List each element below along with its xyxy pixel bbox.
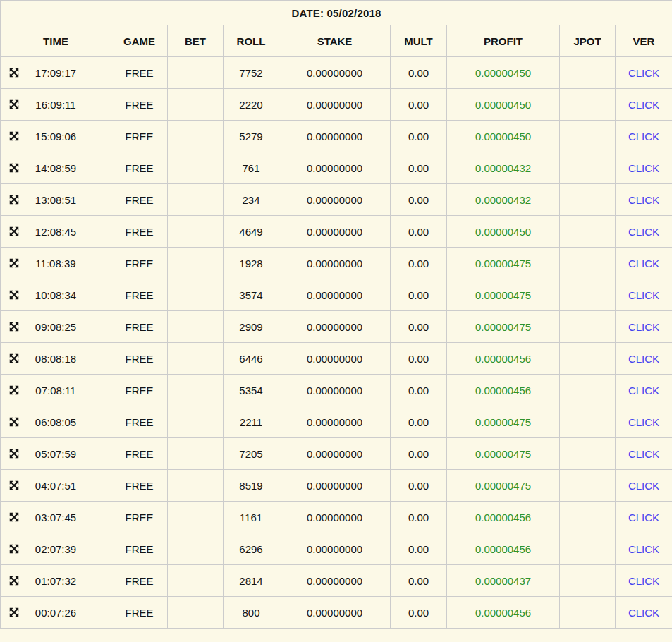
stake-value: 0.00000000 xyxy=(279,470,391,502)
date-banner: DATE: 05/02/2018 xyxy=(1,1,672,25)
column-header-mult: MULT xyxy=(391,25,447,57)
verify-link[interactable]: CLICK xyxy=(628,416,659,428)
verify-link[interactable]: CLICK xyxy=(628,575,659,587)
profit-value: 0.00000432 xyxy=(447,152,560,184)
jpot-value xyxy=(560,597,616,629)
expand-arrows-icon[interactable] xyxy=(8,480,20,491)
bet-value xyxy=(168,89,224,121)
profit-value: 0.00000437 xyxy=(447,565,560,597)
jpot-value xyxy=(560,470,616,502)
table-row: 02:07:39 FREE 6296 0.00000000 0.00 0.000… xyxy=(1,533,672,565)
bet-value xyxy=(168,375,224,406)
profit-value: 0.00000475 xyxy=(447,248,560,279)
verify-link[interactable]: CLICK xyxy=(628,607,659,619)
jpot-value xyxy=(560,311,616,343)
verify-link[interactable]: CLICK xyxy=(628,162,659,174)
expand-arrows-icon[interactable] xyxy=(8,416,20,428)
jpot-value xyxy=(560,152,616,184)
expand-arrows-icon[interactable] xyxy=(8,131,20,142)
expand-arrows-icon[interactable] xyxy=(8,67,20,78)
profit-value: 0.00000475 xyxy=(447,311,560,343)
mult-value: 0.00 xyxy=(391,311,447,343)
verify-link[interactable]: CLICK xyxy=(628,384,659,396)
jpot-value xyxy=(560,57,616,89)
stake-value: 0.00000000 xyxy=(279,343,391,375)
profit-value: 0.00000456 xyxy=(447,597,560,629)
expand-arrows-icon[interactable] xyxy=(8,194,20,205)
verify-link[interactable]: CLICK xyxy=(628,194,659,206)
date-row: DATE: 05/02/2018 xyxy=(1,1,672,25)
stake-value: 0.00000000 xyxy=(279,57,391,89)
verify-link[interactable]: CLICK xyxy=(628,99,659,111)
jpot-value xyxy=(560,406,616,438)
table-row: 16:09:11 FREE 2220 0.00000000 0.00 0.000… xyxy=(1,89,672,121)
bet-value xyxy=(168,216,224,248)
expand-arrows-icon[interactable] xyxy=(8,575,20,586)
jpot-value xyxy=(560,89,616,121)
time-value: 00:07:26 xyxy=(35,607,76,619)
time-value: 03:07:45 xyxy=(35,511,76,523)
column-header-jpot: JPOT xyxy=(560,25,616,57)
verify-link[interactable]: CLICK xyxy=(628,321,659,333)
table-row: 11:08:39 FREE 1928 0.00000000 0.00 0.000… xyxy=(1,248,672,279)
expand-arrows-icon[interactable] xyxy=(8,162,20,174)
verify-link[interactable]: CLICK xyxy=(628,353,659,365)
stake-value: 0.00000000 xyxy=(279,438,391,470)
stake-value: 0.00000000 xyxy=(279,89,391,121)
column-header-ver: VER xyxy=(616,25,672,57)
verify-link[interactable]: CLICK xyxy=(628,226,659,238)
game-value: FREE xyxy=(111,279,168,311)
expand-arrows-icon[interactable] xyxy=(8,448,20,459)
game-value: FREE xyxy=(111,438,168,470)
table-row: 08:08:18 FREE 6446 0.00000000 0.00 0.000… xyxy=(1,343,672,375)
expand-arrows-icon[interactable] xyxy=(8,99,20,110)
expand-arrows-icon[interactable] xyxy=(8,289,20,301)
table-row: 12:08:45 FREE 4649 0.00000000 0.00 0.000… xyxy=(1,216,672,248)
expand-arrows-icon[interactable] xyxy=(8,511,20,523)
column-header-time: TIME xyxy=(1,25,111,57)
profit-value: 0.00000432 xyxy=(447,184,560,216)
expand-arrows-icon[interactable] xyxy=(8,321,20,332)
expand-arrows-icon[interactable] xyxy=(8,353,20,364)
expand-arrows-icon[interactable] xyxy=(8,226,20,237)
verify-link[interactable]: CLICK xyxy=(628,480,659,492)
game-value: FREE xyxy=(111,502,168,533)
roll-value: 800 xyxy=(224,597,279,629)
profit-value: 0.00000456 xyxy=(447,375,560,406)
jpot-value xyxy=(560,184,616,216)
verify-link[interactable]: CLICK xyxy=(628,289,659,301)
verify-link[interactable]: CLICK xyxy=(628,543,659,555)
expand-arrows-icon[interactable] xyxy=(8,607,20,618)
jpot-value xyxy=(560,565,616,597)
verify-link[interactable]: CLICK xyxy=(628,131,659,143)
table-row: 04:07:51 FREE 8519 0.00000000 0.00 0.000… xyxy=(1,470,672,502)
expand-arrows-icon[interactable] xyxy=(8,258,20,269)
roll-value: 234 xyxy=(224,184,279,216)
game-value: FREE xyxy=(111,248,168,279)
verify-link[interactable]: CLICK xyxy=(628,511,659,523)
bet-value xyxy=(168,279,224,311)
expand-arrows-icon[interactable] xyxy=(8,543,20,555)
column-header-roll: ROLL xyxy=(224,25,279,57)
time-value: 01:07:32 xyxy=(35,575,76,587)
verify-link[interactable]: CLICK xyxy=(628,448,659,460)
table-row: 01:07:32 FREE 2814 0.00000000 0.00 0.000… xyxy=(1,565,672,597)
mult-value: 0.00 xyxy=(391,375,447,406)
stake-value: 0.00000000 xyxy=(279,597,391,629)
time-value: 02:07:39 xyxy=(35,543,76,555)
roll-value: 2909 xyxy=(224,311,279,343)
verify-link[interactable]: CLICK xyxy=(628,258,659,269)
profit-value: 0.00000456 xyxy=(447,502,560,533)
bet-value xyxy=(168,470,224,502)
game-value: FREE xyxy=(111,311,168,343)
column-header-game: GAME xyxy=(111,25,168,57)
verify-link[interactable]: CLICK xyxy=(628,67,659,79)
expand-arrows-icon[interactable] xyxy=(8,384,20,396)
game-value: FREE xyxy=(111,184,168,216)
jpot-value xyxy=(560,502,616,533)
jpot-value xyxy=(560,216,616,248)
game-value: FREE xyxy=(111,565,168,597)
roll-value: 5279 xyxy=(224,121,279,152)
stake-value: 0.00000000 xyxy=(279,502,391,533)
column-header-bet: BET xyxy=(168,25,224,57)
